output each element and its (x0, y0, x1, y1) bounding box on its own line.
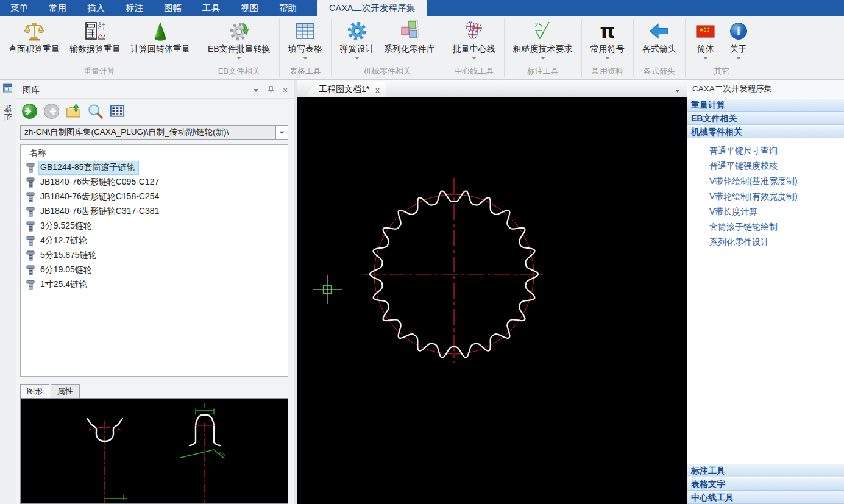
menu-item-2[interactable]: 插入 (77, 0, 115, 16)
dropdown-arrow-icon[interactable] (541, 55, 545, 60)
plugin-link[interactable]: 普通平键强度校核 (687, 158, 844, 174)
list-item[interactable]: 1寸25.4链轮 (21, 277, 288, 292)
ribbon-group-label: 标注工具 (527, 65, 559, 79)
dropdown-arrow-icon[interactable] (303, 55, 308, 60)
plugin-sections: 重量计算EB文件相关机械零件相关普通平键尺寸查询普通平键强度校核V带轮绘制(基准… (687, 98, 844, 254)
list-item-label: GB1244-85套筒滚子链轮 (38, 161, 139, 175)
menu-item-4[interactable]: 图幅 (154, 0, 192, 16)
dropdown-arrow-icon[interactable] (703, 55, 708, 60)
arrow-left-icon (648, 20, 671, 43)
dropdown-arrow-icon[interactable] (605, 55, 610, 60)
dropdown-arrow-icon[interactable] (355, 55, 360, 60)
ribbon-group-5: 25 粗糙度技术要求标注工具 (505, 16, 581, 79)
ribbon-button-3-1[interactable]: 系列化零件库 (379, 18, 440, 55)
list-item[interactable]: GB1244-85套筒滚子链轮 (21, 160, 288, 175)
ribbon-button-0-0[interactable]: 查面积算重量 (4, 18, 65, 55)
grid-view-icon[interactable] (109, 103, 126, 119)
ribbon-button-4-0[interactable]: 批量中心线 (448, 18, 500, 60)
dropdown-arrow-icon[interactable] (736, 55, 741, 60)
dropdown-arrow-icon[interactable] (236, 55, 241, 60)
close-icon[interactable]: × (280, 85, 291, 95)
list-item[interactable]: 3分9.525链轮 (21, 219, 288, 233)
preview-pane: 3.2 (20, 398, 288, 504)
tab-close-icon[interactable]: x (375, 85, 380, 94)
ribbon-button-label: 弹簧设计 (340, 44, 374, 55)
library-path-input[interactable] (20, 125, 275, 140)
folder-up-icon[interactable] (65, 103, 82, 119)
sidebar-vertical-tab-properties[interactable]: 特性 (1, 97, 15, 129)
app-window: 菜单常用插入标注图幅工具视图帮助CAXA二次开发程序集 查面积算重量 A÷ C+… (0, 0, 844, 504)
list-item[interactable]: JB1840-76齿形链轮C158-C254 (21, 190, 288, 204)
accordion-bottom-section-1[interactable]: 表格文字 (687, 477, 844, 491)
forward-icon[interactable] (43, 103, 60, 119)
menu-item-0[interactable]: 菜单 (0, 0, 38, 16)
ribbon-button-label: 批量中心线 (453, 44, 495, 55)
bolt-icon (26, 235, 36, 247)
ribbon-button-8-0[interactable]: ★ ★ ★ ★ ★简体 (689, 18, 722, 60)
menu-item-6[interactable]: 视图 (230, 0, 269, 16)
list-item[interactable]: 6分19.05链轮 (21, 263, 288, 277)
accordion-bottom-section-0[interactable]: 标注工具 (687, 464, 844, 477)
menu-item-3[interactable]: 标注 (115, 0, 154, 16)
ribbon-button-label: 粗糙度技术要求 (513, 44, 573, 55)
ribbon-button-8-1[interactable]: i关于 (722, 18, 755, 60)
accordion-section-2[interactable]: 机械零件相关 (687, 125, 844, 138)
roughness-icon: 25 (531, 20, 555, 43)
back-icon[interactable] (21, 103, 38, 119)
ribbon-button-1-0[interactable]: EB文件批量转换 (203, 18, 275, 60)
ribbon-button-label: 输数据算重量 (69, 44, 121, 55)
list-item[interactable]: JB1840-76齿形链轮C095-C127 (21, 175, 288, 190)
list-item[interactable]: JB1840-76齿形链轮C317-C381 (21, 204, 288, 219)
list-column-header[interactable]: 名称 (21, 145, 288, 160)
accordion-section-0[interactable]: 重量计算 (687, 98, 844, 112)
plugin-link[interactable]: V带长度计算 (687, 204, 844, 219)
plugin-panel-title: CAXA二次开发程序集 (687, 80, 844, 98)
chevron-down-icon[interactable] (250, 85, 261, 95)
document-area: 工程图文档1* x (297, 80, 687, 504)
ribbon-button-label: 填写表格 (288, 44, 322, 55)
ribbon-button-3-0[interactable]: 弹簧设计 (335, 18, 379, 60)
ribbon-button-label: 各式箭头 (642, 44, 676, 55)
plugin-link[interactable]: 套筒滚子链轮绘制 (687, 219, 844, 235)
plugin-link[interactable]: 普通平键尺寸查询 (687, 143, 844, 158)
list-item-label: 3分9.525链轮 (38, 219, 96, 233)
library-tab-1[interactable]: 属性 (51, 384, 80, 398)
panel-dock-icon[interactable] (2, 83, 13, 94)
ribbon-group-label: 中心线工具 (454, 65, 494, 79)
ribbon-group-3: 弹簧设计 系列化零件库机械零件相关 (332, 16, 444, 79)
plugin-link[interactable]: V带轮绘制(有效宽度制) (687, 189, 844, 204)
list-item[interactable]: 5分15.875链轮 (21, 248, 288, 263)
accordion-bottom-section-2[interactable]: 中心线工具 (687, 491, 844, 504)
ribbon-button-0-1[interactable]: A÷ C+ 输数据算重量 (65, 18, 126, 55)
ribbon-button-2-0[interactable]: 填写表格 (283, 18, 327, 60)
info-icon: i (727, 20, 750, 43)
list-item-label: JB1840-76齿形链轮C317-C381 (38, 205, 163, 219)
list-item-label: 5分15.875链轮 (38, 249, 101, 263)
plugin-link[interactable]: 系列化零件设计 (687, 235, 844, 250)
ribbon-button-6-0[interactable]: π常用符号 (586, 18, 629, 60)
library-panel-title: 图库 (23, 85, 250, 96)
search-icon[interactable] (87, 103, 104, 119)
list-item[interactable]: 4分12.7链轮 (21, 233, 288, 248)
ribbon-button-7-0[interactable]: 各式箭头 (637, 18, 681, 55)
drawing-canvas[interactable] (297, 97, 687, 504)
menu-item-1[interactable]: 常用 (38, 0, 77, 16)
menu-item-7[interactable]: 帮助 (269, 0, 307, 16)
ribbon-group-label: 其它 (714, 65, 730, 79)
menu-item-5[interactable]: 工具 (192, 0, 230, 16)
ribbon-button-0-2[interactable]: 计算回转体重量 (126, 18, 195, 55)
plugin-link[interactable]: V带轮绘制(基准宽度制) (687, 174, 844, 189)
accordion-section-1[interactable]: EB文件相关 (687, 112, 844, 125)
list-body: GB1244-85套筒滚子链轮 JB1840-76齿形链轮C095-C127 J… (21, 160, 288, 292)
pin-icon[interactable] (265, 85, 276, 95)
tab-list-dropdown-icon[interactable] (675, 85, 681, 96)
ribbon-tab-active[interactable]: CAXA二次开发程序集 (317, 0, 427, 16)
combo-dropdown-button[interactable] (275, 125, 288, 140)
dropdown-arrow-icon[interactable] (472, 55, 477, 60)
ribbon-group-7: 各式箭头各式箭头 (634, 16, 685, 79)
ribbon-button-5-0[interactable]: 25 粗糙度技术要求 (508, 18, 578, 60)
library-tab-0[interactable]: 图形 (20, 384, 49, 399)
ribbon-group-label: 常用资料 (592, 65, 623, 79)
svg-text:★: ★ (699, 27, 704, 33)
document-tab[interactable]: 工程图文档1* x (305, 82, 387, 97)
